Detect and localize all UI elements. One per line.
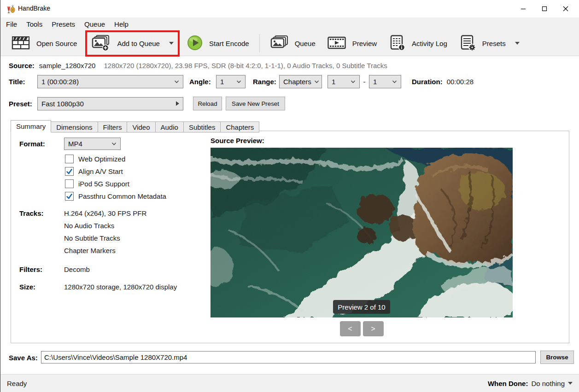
next-preview-button[interactable]: > <box>363 321 384 336</box>
presets-gear-doc-icon <box>459 35 476 52</box>
ipod-5g-row: iPod 5G Support <box>65 179 129 188</box>
range-from-dropdown[interactable]: 1 <box>328 75 360 88</box>
queue-photos-icon <box>270 35 288 52</box>
duration-value: 00:00:28 <box>447 78 474 86</box>
tracks-audio: No Audio Tracks <box>64 222 114 230</box>
maximize-button[interactable] <box>534 0 555 17</box>
open-source-label: Open Source <box>36 40 77 47</box>
duration-label: Duration: <box>412 78 443 86</box>
activity-log-label: Activity Log <box>412 40 447 47</box>
web-optimized-checkbox[interactable] <box>65 155 74 163</box>
save-as-label: Save As: <box>9 354 38 362</box>
align-av-start-label: Align A/V Start <box>78 167 123 175</box>
menu-queue[interactable]: Queue <box>80 18 110 30</box>
start-encode-label: Start Encode <box>209 40 249 47</box>
title-label: Title: <box>9 78 37 86</box>
web-optimized-label: Web Optimized <box>78 155 125 163</box>
source-info-row: Source: sample_1280x720 1280x720 (1280x7… <box>9 61 387 70</box>
when-done-control[interactable]: When Done: Do nothing <box>488 380 573 387</box>
save-new-preset-button[interactable]: Save New Preset <box>226 97 285 110</box>
reload-button[interactable]: Reload <box>193 97 222 110</box>
size-label: Size: <box>19 283 35 291</box>
preset-dropdown[interactable]: Fast 1080p30 <box>37 97 183 110</box>
range-type-value: Chapters <box>283 78 311 86</box>
add-to-queue-icon <box>91 35 111 52</box>
summary-panel: Format: MP4 Web Optimized Align A/V Star… <box>11 131 569 343</box>
align-av-start-row: Align A/V Start <box>65 167 123 176</box>
title-bar: HandBrake <box>0 0 579 17</box>
clapperboard-icon <box>12 35 30 52</box>
tab-chapters[interactable]: Chapters <box>221 121 259 133</box>
tab-dimensions[interactable]: Dimensions <box>51 121 98 133</box>
when-done-dropdown-arrow-icon[interactable] <box>568 382 573 385</box>
source-filename: sample_1280x720 <box>39 62 96 69</box>
menu-help[interactable]: Help <box>110 18 133 30</box>
tab-subtitles[interactable]: Subtitles <box>184 121 221 133</box>
add-to-queue-dropdown-arrow-icon[interactable] <box>169 42 174 45</box>
ipod-5g-checkbox[interactable] <box>65 179 74 188</box>
tab-audio[interactable]: Audio <box>156 121 184 133</box>
format-label: Format: <box>19 140 45 148</box>
size-value: 1280x720 storage, 1280x720 display <box>64 283 177 291</box>
menu-file[interactable]: File <box>1 18 22 30</box>
chevron-down-icon <box>314 80 319 83</box>
handbrake-logo-icon <box>6 3 17 16</box>
ipod-5g-label: iPod 5G Support <box>78 180 129 188</box>
passthru-metadata-checkbox[interactable] <box>65 192 74 201</box>
status-bar: Ready When Done: Do nothing <box>0 374 579 392</box>
browse-button[interactable]: Browse <box>540 351 574 364</box>
tab-video[interactable]: Video <box>127 121 155 133</box>
chevron-right-icon <box>176 101 179 106</box>
title-row: Title: 1 (00:00:28) Angle: 1 Range: Chap… <box>9 75 474 88</box>
title-dropdown[interactable]: 1 (00:00:28) <box>37 75 183 88</box>
tracks-video: H.264 (x264), 30 FPS PFR <box>64 209 146 217</box>
preset-dropdown-value: Fast 1080p30 <box>41 100 84 108</box>
preview-navigation: < > <box>211 321 513 336</box>
tracks-subtitles: No Subtitle Tracks <box>64 234 120 242</box>
tab-summary[interactable]: Summary <box>11 120 51 133</box>
angle-dropdown-value: 1 <box>220 78 224 86</box>
status-text: Ready <box>7 380 27 387</box>
queue-label: Queue <box>295 40 316 47</box>
range-separator: - <box>360 78 369 86</box>
minimize-button[interactable] <box>513 0 534 17</box>
menu-tools[interactable]: Tools <box>22 18 47 30</box>
start-encode-button[interactable]: Start Encode <box>182 32 254 55</box>
presets-dropdown-arrow-icon[interactable] <box>515 42 520 45</box>
range-to-dropdown[interactable]: 1 <box>369 75 401 88</box>
chevron-down-icon <box>351 80 356 83</box>
tracks-chapters: Chapter Markers <box>64 247 116 254</box>
preview-label: Preview <box>352 40 377 47</box>
filters-label: Filters: <box>19 265 42 273</box>
preview-button[interactable]: Preview <box>323 33 381 54</box>
handbrake-window: HandBrake File Tools Presets Queue Help <box>0 0 579 392</box>
align-av-start-checkbox[interactable] <box>65 167 74 176</box>
presets-button[interactable]: Presets <box>455 32 524 55</box>
source-details: 1280x720 (1280x720), 23.98 FPS, SDR (8-b… <box>104 62 387 69</box>
format-dropdown[interactable]: MP4 <box>64 138 121 150</box>
toolbar: Open Source Add to Queue <box>0 31 579 56</box>
filters-value: Decomb <box>64 265 90 273</box>
add-to-queue-button[interactable]: Add to Queue <box>85 30 180 57</box>
add-to-queue-label: Add to Queue <box>117 40 160 47</box>
preview-counter-badge: Preview 2 of 10 <box>333 300 390 314</box>
activity-log-icon <box>389 35 405 52</box>
open-source-button[interactable]: Open Source <box>7 33 82 54</box>
angle-dropdown[interactable]: 1 <box>216 75 246 88</box>
tracks-label: Tracks: <box>19 209 44 217</box>
range-from-value: 1 <box>332 78 335 86</box>
tab-strip: Summary Dimensions Filters Video Audio S… <box>11 120 259 133</box>
range-type-dropdown[interactable]: Chapters <box>279 75 322 88</box>
save-as-input[interactable] <box>41 351 536 363</box>
range-to-value: 1 <box>373 78 377 86</box>
menu-presets[interactable]: Presets <box>47 18 80 30</box>
source-preview-label: Source Preview: <box>211 137 264 144</box>
close-button[interactable] <box>555 0 576 17</box>
activity-log-button[interactable]: Activity Log <box>384 32 452 55</box>
chevron-down-icon <box>174 80 179 83</box>
previous-preview-button[interactable]: < <box>340 321 361 336</box>
window-title: HandBrake <box>18 5 50 12</box>
source-preview-image <box>211 148 513 317</box>
tab-filters[interactable]: Filters <box>98 121 128 133</box>
queue-button[interactable]: Queue <box>265 33 320 54</box>
